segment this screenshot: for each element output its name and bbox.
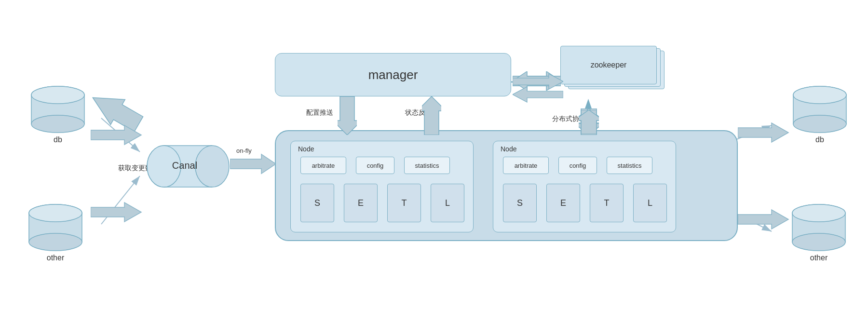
node2-t-label: T [604,198,610,208]
node1-statistics-label: statistics [415,162,439,169]
node2-box: Node arbitrate config statistics S E [493,141,676,232]
node1-box: Node arbitrate config statistics S E [290,141,474,232]
node2-e-box: E [546,184,580,222]
node1-config-box: config [356,157,394,174]
node1-e-label: E [358,198,364,208]
arrow-to-right-db [738,121,791,147]
other-cylinder-left: other [27,202,84,262]
svg-point-9 [31,115,84,133]
db-cylinder-right: db [791,84,849,144]
svg-marker-16 [91,125,141,145]
arrow-canal-to-main [230,152,278,178]
on-fly-label: on-fly [236,147,252,154]
node1-t-label: T [402,198,407,208]
architecture-diagram: db other 获取变更数据 [0,0,868,310]
svg-marker-36 [579,110,599,134]
node1-statistics-box: statistics [404,157,450,174]
node1-t-box: T [387,184,421,222]
main-container: Node arbitrate config statistics S E [275,130,738,241]
node2-s-box: S [503,184,537,222]
node2-e-label: E [560,198,566,208]
node2-l-label: L [648,198,652,208]
manager-box: manager [275,53,511,96]
node2-config-box: config [558,157,597,174]
node1-arbitrate-box: arbitrate [300,157,346,174]
node1-s-box: S [300,184,334,222]
svg-point-14 [29,204,82,222]
config-push-label: 配置推送 [306,108,333,117]
config-push-arrow [338,96,357,137]
svg-marker-27 [338,96,357,135]
node1-arbitrate-label: arbitrate [312,162,335,169]
other-cylinder-right: other [790,202,848,262]
zookeeper-box: zookeeper [560,46,657,84]
node1-s-label: S [314,198,320,208]
svg-point-42 [793,86,846,104]
node2-config-label: config [570,162,586,169]
svg-marker-17 [91,202,141,222]
svg-marker-26 [230,154,276,174]
svg-marker-32 [513,87,563,102]
node2-arbitrate-box: arbitrate [503,157,549,174]
svg-marker-28 [422,96,441,135]
svg-point-45 [792,233,845,251]
manager-label: manager [368,67,418,82]
svg-point-41 [793,115,846,133]
zookeeper-label: zookeeper [591,61,627,69]
svg-text:Canal: Canal [172,160,197,171]
svg-point-46 [792,204,845,222]
node2-l-box: L [633,184,667,222]
arrow-to-right-other [738,207,791,233]
node2-label: Node [501,145,516,153]
node1-config-label: config [367,162,384,169]
node2-s-label: S [517,198,523,208]
svg-marker-37 [738,123,788,142]
node2-statistics-box: statistics [607,157,652,174]
node1-e-box: E [344,184,378,222]
arrow-other-to-canal [91,200,144,226]
arrow-db-to-canal [91,123,144,149]
node1-l-box: L [431,184,464,222]
canal-shape: Canal [142,145,231,190]
zk-up-arrow [579,110,599,136]
status-feedback-arrow [422,96,441,137]
node1-l-label: L [445,198,450,208]
svg-point-10 [31,86,84,104]
svg-point-21 [195,146,229,187]
svg-point-13 [29,233,82,251]
node2-arbitrate-label: arbitrate [515,162,538,169]
db-cylinder-left: db [29,84,87,144]
manager-zookeeper-dbl-arrow-left [513,84,563,107]
node1-label: Node [298,145,314,153]
node2-t-box: T [590,184,624,222]
svg-marker-38 [738,210,788,229]
node2-statistics-label: statistics [618,162,642,169]
